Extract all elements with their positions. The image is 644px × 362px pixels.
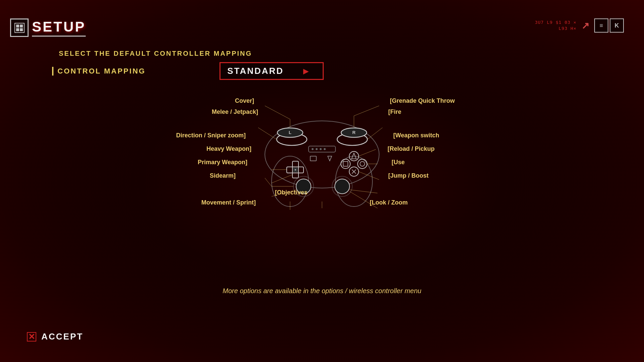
label-reload-pickup: [Reload / Pickup bbox=[388, 145, 435, 152]
select-arrow-icon: ▶ bbox=[303, 67, 309, 75]
hud-button-1[interactable]: ≡ bbox=[594, 18, 608, 33]
controller-labels: Cover] Melee / Jetpack] Direction / Snip… bbox=[0, 82, 644, 233]
label-fire: [Fire bbox=[388, 108, 401, 116]
header: SETUP bbox=[10, 18, 86, 37]
hud-top-right: 3U7 L9 $1 03 × L93 H× ↗ ≡ K bbox=[535, 18, 624, 33]
accept-x-icon: ✕ bbox=[27, 332, 36, 342]
label-movement-sprint: Movement / Sprint] bbox=[201, 199, 256, 206]
label-jump-boost: [Jump / Boost bbox=[388, 172, 429, 179]
hud-buttons: ≡ K bbox=[594, 18, 624, 33]
accept-label: ACCEPT bbox=[41, 331, 83, 342]
label-sidearm: Sidearm] bbox=[210, 172, 236, 179]
page-subtitle: SELECT THE DEFAULT CONTROLLER MAPPING bbox=[59, 50, 252, 57]
label-primary-weapon: Primary Weapon] bbox=[198, 159, 247, 166]
label-melee-jetpack: Melee / Jetpack] bbox=[212, 108, 258, 116]
setup-icon bbox=[10, 18, 29, 37]
control-mapping-row: CONTROL MAPPING STANDARD ▶ bbox=[52, 62, 324, 80]
label-use: [Use bbox=[392, 159, 405, 166]
label-objectives: [Objectives bbox=[275, 189, 308, 196]
hud-button-2[interactable]: K bbox=[610, 18, 624, 33]
label-cover: Cover] bbox=[235, 97, 254, 104]
label-look-zoom: [Look / Zoom bbox=[370, 199, 408, 206]
label-heavy-weapon: Heavy Weapon] bbox=[206, 145, 251, 152]
label-direction-sniper: Direction / Sniper zoom] bbox=[176, 132, 246, 139]
accept-button[interactable]: ✕ ACCEPT bbox=[27, 331, 83, 342]
info-text: More options are available in the option… bbox=[223, 287, 421, 295]
control-mapping-label: CONTROL MAPPING bbox=[52, 67, 146, 76]
label-weapon-switch: [Weapon switch bbox=[393, 132, 439, 139]
hud-status-text: 3U7 L9 $1 03 × L93 H× bbox=[535, 19, 576, 32]
setup-icon-grid bbox=[14, 23, 25, 33]
hud-arrow-icon: ↗ bbox=[581, 20, 589, 31]
control-mapping-select[interactable]: STANDARD ▶ bbox=[219, 62, 324, 80]
label-grenade-quick-throw: [Grenade Quick Throw bbox=[390, 97, 455, 104]
control-mapping-value: STANDARD bbox=[227, 66, 284, 76]
page-title: SETUP bbox=[32, 19, 86, 37]
